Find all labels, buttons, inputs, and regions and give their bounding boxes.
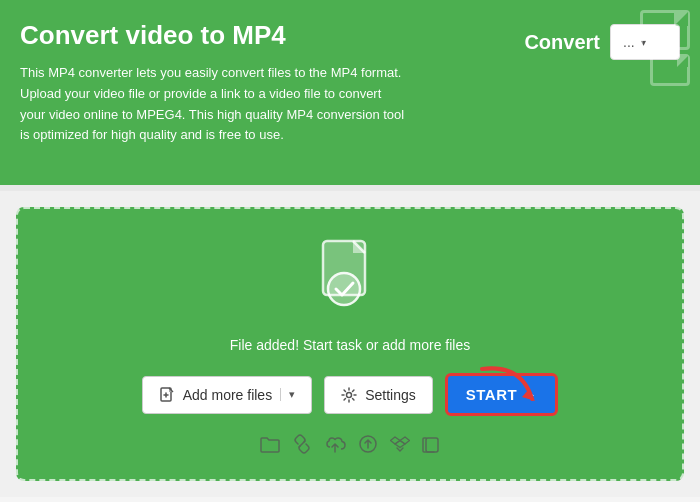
- page-description: This MP4 converter lets you easily conve…: [20, 63, 410, 146]
- add-more-label: Add more files: [183, 387, 272, 403]
- settings-label: Settings: [365, 387, 416, 403]
- svg-point-3: [347, 392, 352, 397]
- settings-icon: [341, 387, 357, 403]
- settings-button[interactable]: Settings: [324, 376, 433, 414]
- add-more-files-button[interactable]: Add more files ▾: [142, 376, 312, 414]
- file-check-icon: [315, 239, 385, 319]
- page-title: Convert video to MP4: [20, 20, 504, 51]
- folder-icon[interactable]: [260, 436, 280, 458]
- file-added-text: File added! Start task or add more files: [230, 337, 470, 353]
- upload-icon[interactable]: [358, 434, 378, 459]
- arrow-icon: [472, 359, 552, 419]
- file-icon-wrapper: [315, 239, 385, 323]
- dropbox-icon[interactable]: [390, 435, 410, 458]
- header-left: Convert video to MP4 This MP4 converter …: [20, 20, 524, 146]
- add-more-chevron-icon[interactable]: ▾: [280, 388, 295, 401]
- dropdown-dots: ...: [623, 34, 635, 50]
- cloud-upload-icon[interactable]: [324, 435, 346, 458]
- main-content: File added! Start task or add more files…: [0, 191, 700, 497]
- upload-box: File added! Start task or add more files…: [16, 207, 684, 481]
- deco-file-icon-large: [640, 10, 690, 50]
- deco-file-icon-small: [650, 54, 690, 86]
- bottom-toolbar: [256, 426, 444, 463]
- copy-icon[interactable]: [422, 434, 440, 459]
- link-icon[interactable]: [292, 434, 312, 459]
- convert-label: Convert: [524, 31, 600, 54]
- svg-point-1: [328, 273, 360, 305]
- add-file-icon: [159, 387, 175, 403]
- svg-rect-5: [426, 438, 438, 452]
- arrow-indicator: [472, 359, 552, 423]
- header-section: Convert video to MP4 This MP4 converter …: [0, 0, 700, 185]
- decorative-icons: [640, 10, 690, 86]
